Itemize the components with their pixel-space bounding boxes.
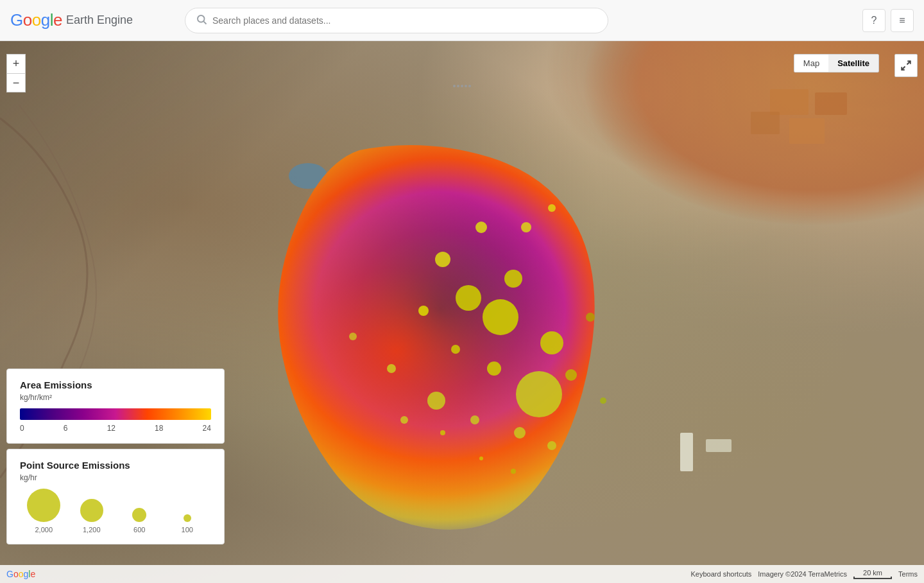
zoom-in-button[interactable]: + — [6, 54, 26, 73]
bottom-info: Keyboard shortcuts Imagery ©2024 TerraMe… — [691, 569, 918, 579]
zoom-out-button[interactable]: − — [6, 73, 26, 92]
logo-area: Google Google Earth Engine Earth Engine — [10, 10, 177, 30]
scale-12: 12 — [107, 424, 116, 433]
map-toggle-button[interactable]: Map — [794, 55, 828, 72]
svg-line-1 — [203, 21, 206, 24]
scale-0: 0 — [20, 424, 24, 433]
earth-engine-text: Earth Engine — [66, 13, 133, 27]
scale-18: 18 — [155, 424, 163, 433]
area-emissions-unit: kg/hr/km² — [20, 393, 211, 402]
point-source-circles: 2,000 1,200 600 100 — [20, 489, 211, 534]
map-container[interactable]: + − Map Satellite Area Emissions kg/hr/k… — [0, 41, 924, 583]
satellite-toggle-button[interactable]: Satellite — [828, 55, 878, 72]
keyboard-shortcuts[interactable]: Keyboard shortcuts — [691, 570, 752, 578]
header-actions: ? ≡ — [862, 9, 914, 32]
google-bottom-logo: Google — [6, 569, 35, 579]
point-source-unit: kg/hr — [20, 473, 211, 482]
point-circle-600: 600 — [116, 493, 164, 534]
point-source-title: Point Source Emissions — [20, 460, 211, 471]
point-circle-1200: 1,200 — [68, 494, 116, 534]
point-circle-medium-large — [80, 499, 103, 522]
google-logo-text: Google — [10, 10, 62, 30]
point-circle-medium — [132, 508, 146, 522]
point-label-1200: 1,200 — [83, 526, 101, 534]
legend-area: Area Emissions kg/hr/km² 0 6 12 18 24 Po… — [6, 369, 225, 544]
settings-button[interactable]: ≡ — [891, 9, 914, 32]
scale-line — [853, 577, 892, 579]
svg-point-0 — [198, 15, 205, 22]
scale-6: 6 — [64, 424, 68, 433]
scale-24: 24 — [203, 424, 211, 433]
area-emissions-scale: 0 6 12 18 24 — [20, 424, 211, 433]
area-emissions-gradient — [20, 408, 211, 420]
point-circle-2000: 2,000 — [20, 489, 68, 534]
search-icon — [196, 13, 207, 28]
drag-dots — [448, 82, 476, 90]
zoom-controls: + − — [6, 54, 26, 92]
point-source-legend: Point Source Emissions kg/hr 2,000 1,200… — [6, 449, 225, 544]
fullscreen-button[interactable] — [894, 54, 918, 77]
terms-link[interactable]: Terms — [898, 570, 918, 578]
help-button[interactable]: ? — [862, 9, 886, 32]
scale-bar: 20 km — [853, 569, 892, 579]
point-circle-small — [184, 514, 191, 522]
point-label-100: 100 — [182, 526, 193, 534]
drag-handle[interactable] — [448, 82, 476, 90]
map-satellite-toggle: Map Satellite — [794, 54, 879, 73]
scale-label: 20 km — [863, 569, 882, 577]
search-input[interactable] — [212, 15, 597, 26]
point-circle-large — [27, 489, 60, 522]
area-emissions-title: Area Emissions — [20, 379, 211, 390]
imagery-credit: Imagery ©2024 TerraMetrics — [758, 570, 847, 578]
point-label-600: 600 — [133, 526, 145, 534]
area-emissions-legend: Area Emissions kg/hr/km² 0 6 12 18 24 — [6, 369, 225, 444]
bottom-bar: Google Keyboard shortcuts Imagery ©2024 … — [0, 565, 924, 583]
point-circle-100: 100 — [164, 493, 212, 534]
point-label-2000: 2,000 — [35, 526, 53, 534]
header: Google Google Earth Engine Earth Engine … — [0, 0, 924, 41]
search-bar[interactable] — [185, 8, 608, 33]
